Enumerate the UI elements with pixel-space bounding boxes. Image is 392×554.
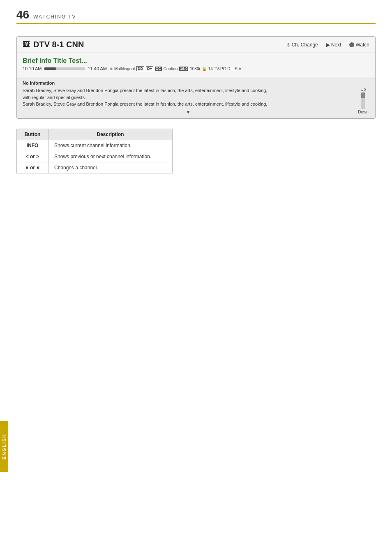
resolution-label: 1080i xyxy=(190,67,200,71)
table-row: < or > Shows previous or next channel in… xyxy=(17,151,173,162)
closed-caption-icon: ⊗ xyxy=(109,67,113,71)
scroll-down-label: Down xyxy=(358,110,369,114)
time-bar-container xyxy=(44,67,85,70)
circle-icon xyxy=(349,42,354,47)
page-number: 46 xyxy=(16,8,29,21)
english-label: ENGLISH xyxy=(2,434,7,459)
time-row: 10:10 AM 11:40 AM ⊗ Multilingual DD D+ C… xyxy=(23,66,369,71)
time-bar xyxy=(44,67,85,70)
desc-content: Sarah Bradley, Steve Gray and Brendon Po… xyxy=(23,87,354,115)
scroll-track xyxy=(361,92,365,109)
desc-text-1: Sarah Bradley, Steve Gray and Brendon Po… xyxy=(23,87,354,94)
page-header: 46 WATCHING TV xyxy=(16,8,376,24)
desc-text-2: with regular and special guests. xyxy=(23,94,354,101)
time-bar-fill xyxy=(44,67,56,70)
scroll-thumb xyxy=(361,92,365,98)
scroll-up-label: Up xyxy=(361,87,366,92)
dd-plus-badge: D+ xyxy=(146,66,153,71)
btn-lr: < or > xyxy=(17,151,48,162)
no-info-label: No information xyxy=(23,81,369,85)
table-row: ∧ or ∨ Changes a channel. xyxy=(17,162,173,173)
watch-control[interactable]: Watch xyxy=(349,42,369,48)
program-section: Brief Info Title Test... 10:10 AM 11:40 … xyxy=(17,53,375,77)
header-controls: ⇕ Ch. Change ▶ Next Watch xyxy=(286,42,369,48)
program-title: Brief Info Title Test... xyxy=(23,57,369,65)
channel-name: DTV 8-1 CNN xyxy=(33,40,84,49)
tv-icon: 🖼 xyxy=(23,40,30,49)
scroll-down-arrow-icon[interactable]: ▼ xyxy=(23,109,354,115)
next-arrow-icon: ▶ xyxy=(326,42,330,48)
desc-row: Sarah Bradley, Steve Gray and Brendon Po… xyxy=(23,87,369,115)
next-control[interactable]: ▶ Next xyxy=(326,42,341,48)
page-title: WATCHING TV xyxy=(33,14,76,20)
metadata-icons: ⊗ Multilingual DD D+ CC Caption 16:9 108… xyxy=(109,66,241,71)
lock-icon: 🔒 xyxy=(202,67,207,71)
multilingual-label: Multilingual xyxy=(114,67,135,71)
ch-change-control[interactable]: ⇕ Ch. Change xyxy=(286,42,318,48)
desc-ud: Changes a channel. xyxy=(48,162,173,173)
col-description: Description xyxy=(48,129,173,140)
table-row: INFO Shows current channel information. xyxy=(17,140,173,151)
desc-lr: Shows previous or next channel informati… xyxy=(48,151,173,162)
rating-label: 14 TV-PG D L S V xyxy=(208,67,242,71)
caption-label: Caption xyxy=(164,67,178,71)
button-table: Button Description INFO Shows current ch… xyxy=(16,129,173,173)
arrows-icon: ⇕ xyxy=(286,42,291,48)
dd-badge: DD xyxy=(136,66,144,71)
scroll-bar[interactable]: Up Down xyxy=(357,87,369,114)
desc-text-3: Sarah Bradley, Steve Gray and Brendon Po… xyxy=(23,101,354,108)
channel-info: 🖼 DTV 8-1 CNN xyxy=(23,40,84,49)
info-box-header: 🖼 DTV 8-1 CNN ⇕ Ch. Change ▶ Next Watch xyxy=(17,37,375,53)
info-box: 🖼 DTV 8-1 CNN ⇕ Ch. Change ▶ Next Watch … xyxy=(16,36,376,119)
btn-info: INFO xyxy=(17,140,48,151)
table-header-row: Button Description xyxy=(17,129,173,140)
ratio-badge: 16:9 xyxy=(179,67,188,71)
description-section: No information Sarah Bradley, Steve Gray… xyxy=(17,77,375,118)
english-sidebar: ENGLISH xyxy=(0,421,8,472)
time-start: 10:10 AM xyxy=(23,66,42,71)
col-button: Button xyxy=(17,129,48,140)
cc-badge: CC xyxy=(155,67,162,71)
desc-info: Shows current channel information. xyxy=(48,140,173,151)
time-end: 11:40 AM xyxy=(88,66,106,71)
btn-ud: ∧ or ∨ xyxy=(17,162,48,173)
